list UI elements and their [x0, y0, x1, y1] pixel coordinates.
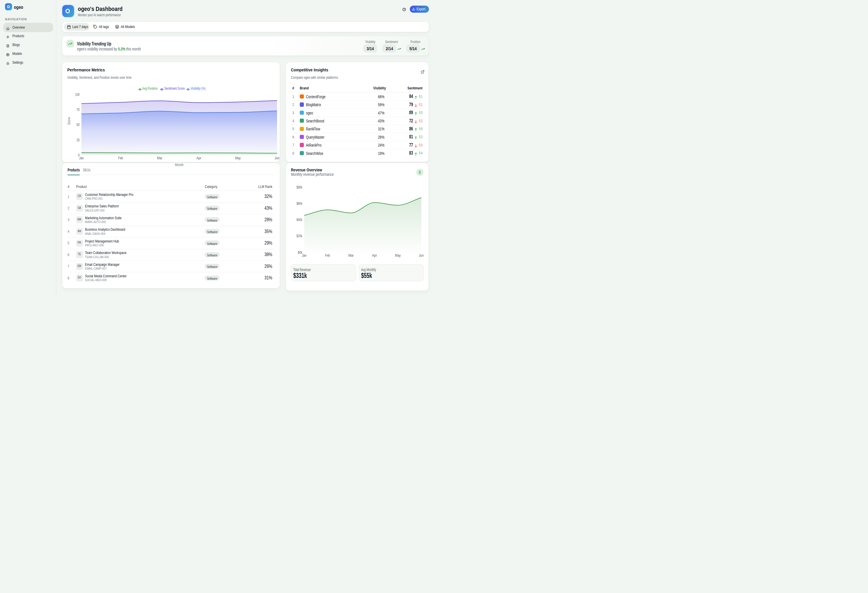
- svg-text:$20k: $20k: [297, 234, 303, 238]
- svg-text:Score: Score: [67, 117, 71, 124]
- svg-text:$40k: $40k: [297, 218, 303, 222]
- svg-text:Jun: Jun: [275, 156, 280, 160]
- svg-text:$60k: $60k: [297, 202, 303, 206]
- svg-text:Jan: Jan: [79, 156, 84, 160]
- svg-text:25: 25: [77, 138, 80, 142]
- svg-text:Feb: Feb: [325, 254, 330, 258]
- svg-text:50: 50: [77, 122, 80, 127]
- svg-text:$80k: $80k: [297, 185, 303, 189]
- svg-text:May: May: [395, 254, 401, 258]
- svg-text:75: 75: [77, 108, 80, 112]
- svg-text:May: May: [235, 156, 241, 160]
- svg-text:Mar: Mar: [157, 156, 162, 160]
- svg-text:Jun: Jun: [419, 254, 424, 258]
- svg-text:100: 100: [75, 92, 80, 96]
- svg-text:Month: Month: [175, 162, 183, 167]
- svg-text:Jan: Jan: [302, 254, 307, 258]
- svg-text:Apr: Apr: [196, 156, 202, 160]
- svg-text:Feb: Feb: [118, 156, 123, 160]
- svg-text:Mar: Mar: [348, 254, 354, 258]
- svg-text:Apr: Apr: [372, 254, 377, 258]
